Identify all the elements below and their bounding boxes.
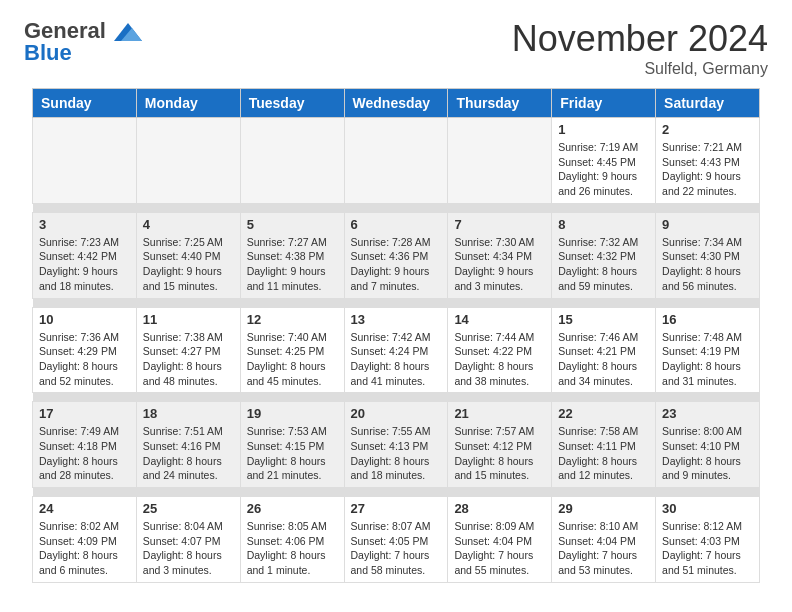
day-number: 19 [247, 406, 338, 421]
calendar-week-row: 1Sunrise: 7:19 AM Sunset: 4:45 PM Daylig… [33, 118, 760, 204]
day-info: Sunrise: 7:57 AM Sunset: 4:12 PM Dayligh… [454, 424, 545, 483]
calendar-cell: 4Sunrise: 7:25 AM Sunset: 4:40 PM Daylig… [136, 212, 240, 298]
calendar-cell [33, 118, 137, 204]
calendar-cell: 10Sunrise: 7:36 AM Sunset: 4:29 PM Dayli… [33, 307, 137, 393]
calendar-cell: 29Sunrise: 8:10 AM Sunset: 4:04 PM Dayli… [552, 497, 656, 583]
col-friday: Friday [552, 89, 656, 118]
day-info: Sunrise: 7:27 AM Sunset: 4:38 PM Dayligh… [247, 235, 338, 294]
day-number: 16 [662, 312, 753, 327]
spacer-row [33, 203, 760, 212]
calendar-cell: 15Sunrise: 7:46 AM Sunset: 4:21 PM Dayli… [552, 307, 656, 393]
calendar-cell: 20Sunrise: 7:55 AM Sunset: 4:13 PM Dayli… [344, 402, 448, 488]
day-number: 12 [247, 312, 338, 327]
spacer-cell [33, 298, 760, 307]
title-section: November 2024 Sulfeld, Germany [512, 18, 768, 78]
day-number: 26 [247, 501, 338, 516]
day-number: 9 [662, 217, 753, 232]
col-sunday: Sunday [33, 89, 137, 118]
col-wednesday: Wednesday [344, 89, 448, 118]
logo: General Blue [24, 18, 142, 66]
day-info: Sunrise: 7:30 AM Sunset: 4:34 PM Dayligh… [454, 235, 545, 294]
day-number: 3 [39, 217, 130, 232]
day-info: Sunrise: 8:10 AM Sunset: 4:04 PM Dayligh… [558, 519, 649, 578]
month-title: November 2024 [512, 18, 768, 60]
day-number: 6 [351, 217, 442, 232]
calendar-week-row: 3Sunrise: 7:23 AM Sunset: 4:42 PM Daylig… [33, 212, 760, 298]
calendar-cell: 1Sunrise: 7:19 AM Sunset: 4:45 PM Daylig… [552, 118, 656, 204]
day-number: 24 [39, 501, 130, 516]
logo-blue-text: Blue [24, 40, 72, 66]
col-tuesday: Tuesday [240, 89, 344, 118]
calendar-cell: 18Sunrise: 7:51 AM Sunset: 4:16 PM Dayli… [136, 402, 240, 488]
day-number: 11 [143, 312, 234, 327]
calendar-cell [136, 118, 240, 204]
spacer-cell [33, 488, 760, 497]
day-number: 5 [247, 217, 338, 232]
day-info: Sunrise: 8:07 AM Sunset: 4:05 PM Dayligh… [351, 519, 442, 578]
calendar-cell: 13Sunrise: 7:42 AM Sunset: 4:24 PM Dayli… [344, 307, 448, 393]
day-info: Sunrise: 7:55 AM Sunset: 4:13 PM Dayligh… [351, 424, 442, 483]
day-info: Sunrise: 7:44 AM Sunset: 4:22 PM Dayligh… [454, 330, 545, 389]
calendar-cell [240, 118, 344, 204]
day-info: Sunrise: 8:04 AM Sunset: 4:07 PM Dayligh… [143, 519, 234, 578]
day-number: 4 [143, 217, 234, 232]
day-number: 25 [143, 501, 234, 516]
spacer-row [33, 488, 760, 497]
col-thursday: Thursday [448, 89, 552, 118]
calendar-cell: 24Sunrise: 8:02 AM Sunset: 4:09 PM Dayli… [33, 497, 137, 583]
day-info: Sunrise: 7:49 AM Sunset: 4:18 PM Dayligh… [39, 424, 130, 483]
day-info: Sunrise: 8:12 AM Sunset: 4:03 PM Dayligh… [662, 519, 753, 578]
day-info: Sunrise: 7:40 AM Sunset: 4:25 PM Dayligh… [247, 330, 338, 389]
calendar-cell: 8Sunrise: 7:32 AM Sunset: 4:32 PM Daylig… [552, 212, 656, 298]
calendar-cell: 6Sunrise: 7:28 AM Sunset: 4:36 PM Daylig… [344, 212, 448, 298]
day-number: 15 [558, 312, 649, 327]
day-number: 1 [558, 122, 649, 137]
calendar-cell: 12Sunrise: 7:40 AM Sunset: 4:25 PM Dayli… [240, 307, 344, 393]
day-info: Sunrise: 7:48 AM Sunset: 4:19 PM Dayligh… [662, 330, 753, 389]
calendar-cell: 28Sunrise: 8:09 AM Sunset: 4:04 PM Dayli… [448, 497, 552, 583]
day-number: 8 [558, 217, 649, 232]
day-info: Sunrise: 7:58 AM Sunset: 4:11 PM Dayligh… [558, 424, 649, 483]
calendar-cell: 2Sunrise: 7:21 AM Sunset: 4:43 PM Daylig… [656, 118, 760, 204]
day-number: 14 [454, 312, 545, 327]
calendar-cell: 11Sunrise: 7:38 AM Sunset: 4:27 PM Dayli… [136, 307, 240, 393]
calendar-cell: 19Sunrise: 7:53 AM Sunset: 4:15 PM Dayli… [240, 402, 344, 488]
calendar-cell: 17Sunrise: 7:49 AM Sunset: 4:18 PM Dayli… [33, 402, 137, 488]
calendar-wrapper: Sunday Monday Tuesday Wednesday Thursday… [0, 88, 792, 599]
calendar-cell: 7Sunrise: 7:30 AM Sunset: 4:34 PM Daylig… [448, 212, 552, 298]
day-info: Sunrise: 7:21 AM Sunset: 4:43 PM Dayligh… [662, 140, 753, 199]
col-monday: Monday [136, 89, 240, 118]
col-saturday: Saturday [656, 89, 760, 118]
day-number: 18 [143, 406, 234, 421]
day-info: Sunrise: 7:51 AM Sunset: 4:16 PM Dayligh… [143, 424, 234, 483]
calendar-cell: 5Sunrise: 7:27 AM Sunset: 4:38 PM Daylig… [240, 212, 344, 298]
day-info: Sunrise: 8:05 AM Sunset: 4:06 PM Dayligh… [247, 519, 338, 578]
spacer-row [33, 393, 760, 402]
day-number: 28 [454, 501, 545, 516]
day-number: 20 [351, 406, 442, 421]
calendar-cell: 22Sunrise: 7:58 AM Sunset: 4:11 PM Dayli… [552, 402, 656, 488]
day-info: Sunrise: 7:32 AM Sunset: 4:32 PM Dayligh… [558, 235, 649, 294]
day-number: 17 [39, 406, 130, 421]
calendar-cell: 9Sunrise: 7:34 AM Sunset: 4:30 PM Daylig… [656, 212, 760, 298]
day-info: Sunrise: 8:09 AM Sunset: 4:04 PM Dayligh… [454, 519, 545, 578]
day-number: 2 [662, 122, 753, 137]
calendar-table: Sunday Monday Tuesday Wednesday Thursday… [32, 88, 760, 583]
day-number: 13 [351, 312, 442, 327]
calendar-cell: 3Sunrise: 7:23 AM Sunset: 4:42 PM Daylig… [33, 212, 137, 298]
day-number: 7 [454, 217, 545, 232]
day-info: Sunrise: 7:46 AM Sunset: 4:21 PM Dayligh… [558, 330, 649, 389]
spacer-cell [33, 393, 760, 402]
day-info: Sunrise: 7:19 AM Sunset: 4:45 PM Dayligh… [558, 140, 649, 199]
calendar-cell: 25Sunrise: 8:04 AM Sunset: 4:07 PM Dayli… [136, 497, 240, 583]
logo-icon [114, 23, 142, 41]
day-info: Sunrise: 7:42 AM Sunset: 4:24 PM Dayligh… [351, 330, 442, 389]
day-info: Sunrise: 7:53 AM Sunset: 4:15 PM Dayligh… [247, 424, 338, 483]
day-info: Sunrise: 7:38 AM Sunset: 4:27 PM Dayligh… [143, 330, 234, 389]
calendar-cell: 27Sunrise: 8:07 AM Sunset: 4:05 PM Dayli… [344, 497, 448, 583]
calendar-cell: 14Sunrise: 7:44 AM Sunset: 4:22 PM Dayli… [448, 307, 552, 393]
day-info: Sunrise: 7:34 AM Sunset: 4:30 PM Dayligh… [662, 235, 753, 294]
calendar-header-row: Sunday Monday Tuesday Wednesday Thursday… [33, 89, 760, 118]
spacer-cell [33, 203, 760, 212]
calendar-cell [448, 118, 552, 204]
